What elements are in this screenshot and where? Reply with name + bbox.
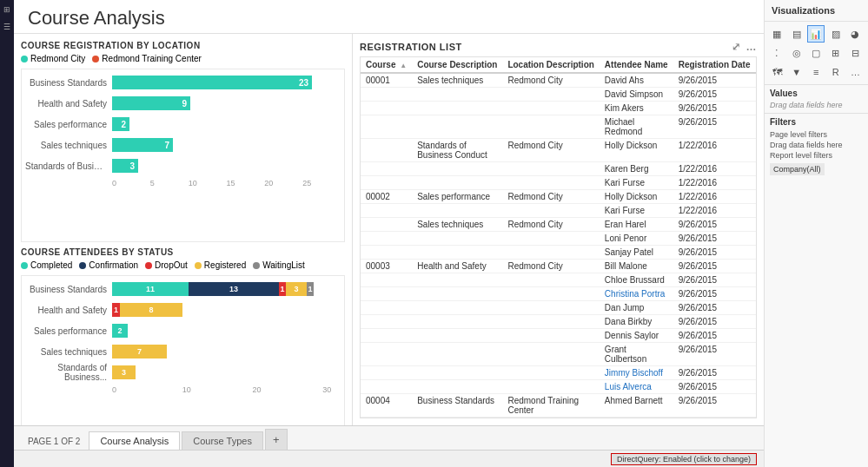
table-cell — [361, 273, 412, 287]
tab-add-button[interactable]: + — [265, 429, 288, 450]
viz-icon-map[interactable]: 🗺 — [768, 63, 785, 81]
bar-label-sales-tech: Sales techniques — [25, 141, 112, 150]
col-desc[interactable]: Course Description — [412, 57, 502, 73]
col-date[interactable]: Registration Date — [673, 57, 756, 73]
filter-company[interactable]: Company(All) — [770, 161, 863, 175]
viz-icon-line[interactable]: 📊 — [807, 25, 825, 43]
tab-course-types[interactable]: Course Types — [182, 431, 263, 450]
viz-icon-scatter[interactable]: ⁚ — [768, 44, 785, 62]
viz-icon-pie[interactable]: ◕ — [846, 25, 864, 43]
table-cell: Registered — [755, 73, 757, 88]
table-cell — [412, 329, 502, 343]
table-cell — [412, 204, 502, 218]
bar-label-standards: Standards of Business... — [25, 161, 112, 171]
table-cell — [502, 232, 599, 246]
menu-icon[interactable]: ☰ — [1, 21, 13, 33]
table-cell — [502, 88, 599, 102]
expand-icon[interactable]: ⤢ — [732, 41, 741, 53]
chart1-section: COURSE REGISTRATION BY LOCATION Redmond … — [21, 41, 345, 247]
legend-dropout-dot — [145, 262, 152, 269]
table-row: Michael Redmond9/26/2015Registered — [361, 115, 757, 139]
seg-business-waitinglist: 1 — [307, 282, 314, 296]
table-cell: Dennis Saylor — [600, 329, 673, 343]
table-cell — [502, 329, 599, 343]
table-cell: Completed — [755, 418, 757, 419]
table-cell — [361, 246, 412, 260]
seg-health-dropout: 1 — [112, 303, 120, 317]
viz-icon-more[interactable]: … — [846, 63, 864, 81]
chart1-x-axis: 0 5 10 15 20 25 — [112, 177, 341, 187]
table-cell — [502, 176, 599, 190]
viz-icons-grid: ▦ ▤ 📊 ▨ ◕ ⁚ ◎ ▢ ⊞ ⊟ 🗺 ▼ ≡ R … — [765, 22, 868, 85]
viz-icon-matrix[interactable]: ⊟ — [846, 44, 864, 62]
viz-icon-area[interactable]: ▨ — [827, 25, 845, 43]
table-cell: 9/26/2015 — [673, 394, 756, 418]
seg-business-confirmation: 13 — [189, 282, 279, 296]
bar-row-sales-perf: Sales performance 2 — [25, 115, 341, 134]
viz-icon-r[interactable]: R — [827, 63, 845, 81]
table-body: 00001Sales techniquesRedmond CityDavid A… — [361, 73, 757, 418]
table-cell: Benjamin Martin — [600, 418, 673, 419]
viz-icon-card[interactable]: ▢ — [807, 44, 825, 62]
left-sidebar: ⊞ ☰ — [0, 0, 14, 467]
bottom-section: PAGE 1 OF 2 Course Analysis Course Types… — [14, 425, 764, 467]
chart1-container[interactable]: Business Standards 23 Health and Safety — [21, 69, 345, 242]
direct-query-badge[interactable]: DirectQuery: Enabled (click to change) — [611, 453, 757, 465]
viz-icon-col[interactable]: ▤ — [788, 25, 805, 43]
table-wrapper[interactable]: Course ▲ Course Description Location Des… — [360, 56, 757, 418]
table-cell: 9/26/2015 — [673, 102, 756, 115]
table-cell — [502, 115, 599, 139]
tab-course-analysis[interactable]: Course Analysis — [89, 431, 180, 450]
table-row: Grant Culbertson9/26/2015Registered — [361, 343, 757, 366]
bar-sales-tech: 7 — [112, 138, 173, 152]
viz-icon-table[interactable]: ⊞ — [827, 44, 845, 62]
table-cell: 9/26/2015 — [673, 301, 756, 315]
col-location[interactable]: Location Description — [502, 57, 599, 73]
table-row: Dana Birkby9/26/2015Registered — [361, 315, 757, 329]
table-row: Standards of Business ConductRedmond Cit… — [361, 139, 757, 162]
col-status[interactable]: Attendee Status — [755, 57, 757, 73]
bar-row-sales-tech: Sales techniques 7 — [25, 135, 341, 155]
table-cell: Health and Safety — [412, 260, 502, 273]
stacked-container-standards: 3 — [112, 365, 341, 379]
seg-business-registered: 3 — [286, 282, 307, 296]
values-hint: Drag data fields here — [770, 101, 863, 109]
table-row: Kari Furse1/22/2016Registered — [361, 204, 757, 218]
viz-icon-gauge[interactable]: ◎ — [788, 44, 805, 62]
table-row: Chloe Brussard9/26/2015Registered — [361, 273, 757, 287]
viz-icon-slicer[interactable]: ≡ — [807, 63, 825, 81]
table-cell: Bill Malone — [600, 260, 673, 273]
legend-registered-label: Registered — [204, 260, 246, 270]
legend-completed-dot — [21, 262, 28, 269]
chart2-container[interactable]: Business Standards 11 13 1 3 1 Health an… — [21, 275, 345, 425]
table-cell: Eran Harel — [600, 218, 673, 232]
table-cell: Registered — [755, 139, 757, 162]
table-cell — [412, 315, 502, 329]
table-cell: Loni Penor — [600, 232, 673, 246]
table-cell — [412, 88, 502, 102]
table-cell: Redmond City — [502, 218, 599, 232]
seg-health-registered: 8 — [120, 303, 182, 317]
table-cell — [502, 204, 599, 218]
table-cell: Redmond City — [502, 190, 599, 204]
table-cell — [361, 102, 412, 115]
col-course[interactable]: Course ▲ — [361, 57, 412, 73]
table-cell — [412, 115, 502, 139]
legend-completed: Completed — [21, 260, 72, 270]
stacked-label-sales-tech: Sales techniques — [25, 347, 112, 357]
filter-company-value[interactable]: Company(All) — [770, 163, 825, 175]
viz-icon-filter[interactable]: ▼ — [788, 63, 805, 81]
main-content: Course Analysis COURSE REGISTRATION BY L… — [14, 0, 764, 467]
sort-icon-course: ▲ — [400, 62, 407, 69]
viz-icon-bar[interactable]: ▦ — [768, 25, 785, 43]
table-cell: David Ahs — [600, 73, 673, 88]
bar-value-business: 23 — [299, 78, 308, 88]
grid-icon[interactable]: ⊞ — [1, 3, 13, 16]
legend-dropout-label: DropOut — [155, 260, 188, 270]
stacked-label-business: Business Standards — [25, 285, 112, 294]
col-attendee[interactable]: Attendee Name — [600, 57, 673, 73]
table-cell: Registered — [755, 176, 757, 190]
table-cell — [361, 329, 412, 343]
more-icon[interactable]: … — [746, 41, 758, 53]
bar-container-health: 9 — [112, 94, 341, 113]
